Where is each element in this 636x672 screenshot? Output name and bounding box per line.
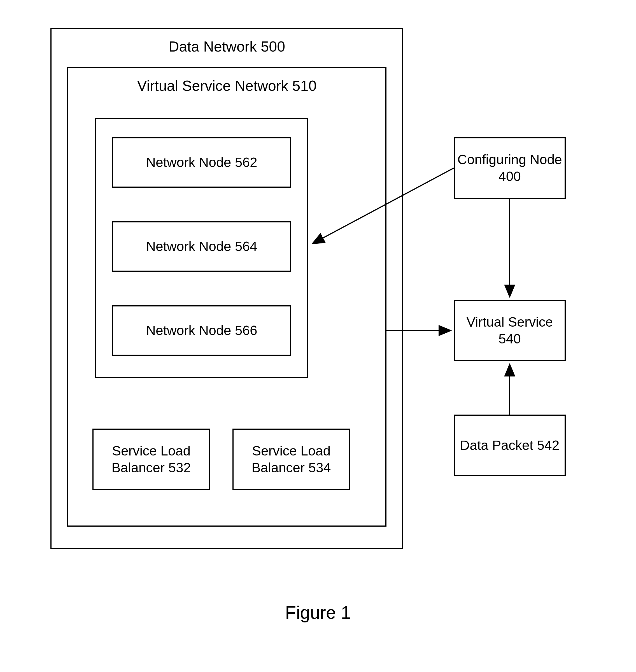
- data-packet-label: Data Packet 542: [460, 437, 559, 454]
- data-network-title: Data Network 500: [52, 38, 402, 56]
- data-packet-box: Data Packet 542: [454, 415, 566, 476]
- figure-caption: Figure 1: [0, 602, 636, 623]
- virtual-service-network-title: Virtual Service Network 510: [68, 77, 385, 95]
- network-node-564: Network Node 564: [112, 221, 291, 272]
- network-node-566-label: Network Node 566: [146, 322, 257, 339]
- virtual-service-label: Virtual Service 540: [455, 314, 564, 347]
- service-load-balancer-532: Service Load Balancer 532: [93, 429, 210, 490]
- network-node-562-label: Network Node 562: [146, 154, 257, 171]
- service-load-balancer-534: Service Load Balancer 534: [233, 429, 350, 490]
- configuring-node-box: Configuring Node 400: [454, 137, 566, 199]
- slb-534-label: Service Load Balancer 534: [234, 442, 349, 476]
- network-node-566: Network Node 566: [112, 305, 291, 356]
- slb-532-label: Service Load Balancer 532: [94, 442, 209, 476]
- network-node-562: Network Node 562: [112, 137, 291, 188]
- network-node-564-label: Network Node 564: [146, 238, 257, 255]
- configuring-node-label: Configuring Node 400: [455, 151, 564, 185]
- virtual-service-box: Virtual Service 540: [454, 300, 566, 361]
